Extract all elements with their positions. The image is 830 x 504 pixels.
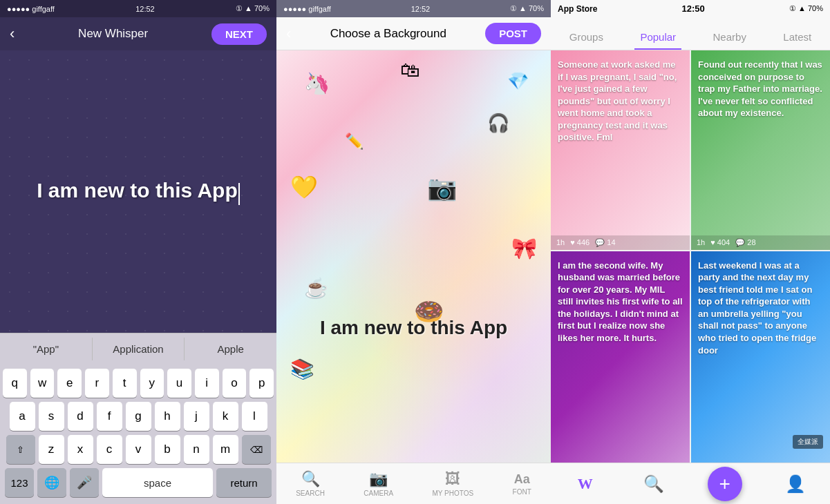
key-j[interactable]: j	[184, 402, 209, 431]
tab-my-photos[interactable]: 🖼 MY PHOTOS	[433, 470, 474, 497]
key-f[interactable]: f	[97, 402, 122, 431]
camera-icon: 📷	[369, 470, 388, 488]
photos-icon: 🖼	[445, 470, 460, 488]
autocomplete-apple[interactable]: Apple	[185, 338, 276, 360]
key-p[interactable]: p	[249, 369, 274, 398]
key-m[interactable]: m	[213, 435, 238, 464]
key-n[interactable]: n	[184, 435, 209, 464]
key-t[interactable]: t	[113, 369, 137, 398]
signal-right-2: ① ▲ 70%	[510, 4, 544, 13]
key-g[interactable]: g	[126, 402, 151, 431]
key-b[interactable]: b	[155, 435, 180, 464]
key-return[interactable]: return	[216, 468, 272, 497]
doodle-5: 📷	[427, 174, 458, 202]
key-o[interactable]: o	[223, 369, 247, 398]
status-bar-2: ●●●●● giffgaff 12:52 ① ▲ 70%	[276, 0, 551, 17]
autocomplete-app[interactable]: "App"	[0, 338, 93, 360]
keyboard-row-1: q w e r t y u i o p	[3, 369, 274, 398]
text-cursor	[238, 183, 240, 205]
feed-grid: Someone at work asked me if I was pregna…	[551, 50, 830, 463]
panel-feed: App Store 12:50 ① ▲ 70% Groups Popular N…	[551, 0, 830, 504]
key-a[interactable]: a	[10, 402, 35, 431]
key-x[interactable]: x	[68, 435, 93, 464]
key-l[interactable]: l	[242, 402, 267, 431]
feed-card-4[interactable]: Last weekend I was at a party and the ne…	[691, 251, 830, 463]
feed-bottom-bar: W 🔍 + 👤	[551, 463, 830, 504]
key-numbers[interactable]: 123	[5, 468, 34, 497]
doodle-2: 🛍	[400, 59, 419, 81]
back-icon-1[interactable]: ‹	[10, 25, 15, 43]
tab-camera-label: CAMERA	[364, 490, 393, 497]
tab-camera[interactable]: 📷 CAMERA	[364, 470, 393, 497]
create-whisper-fab[interactable]: +	[708, 467, 742, 501]
tab-popular[interactable]: Popular	[634, 24, 681, 50]
key-d[interactable]: d	[68, 402, 93, 431]
card-comments-2: 💬 28	[735, 238, 755, 247]
doodle-7: ☕	[304, 277, 328, 300]
card-hearts-1: ♥ 446	[570, 238, 590, 246]
key-shift[interactable]: ⇧	[6, 435, 35, 464]
card-time-1: 1h	[556, 238, 565, 246]
card-text-2: Found out recently that I was conceived …	[691, 50, 830, 125]
carrier-left-2: ●●●●● giffgaff	[283, 5, 331, 13]
tab-groups[interactable]: Groups	[564, 24, 609, 50]
key-y[interactable]: y	[140, 369, 164, 398]
key-u[interactable]: u	[167, 369, 191, 398]
doodle-10: 🎧	[487, 113, 509, 134]
profile-icon[interactable]: 👤	[780, 469, 811, 499]
key-space[interactable]: space	[102, 468, 213, 497]
card-time-2: 1h	[697, 238, 705, 246]
doodle-11: ✏️	[345, 133, 364, 151]
key-e[interactable]: e	[57, 369, 82, 398]
tab-search-label: SEARCH	[296, 490, 325, 497]
feed-card-2[interactable]: Found out recently that I was conceived …	[691, 50, 830, 250]
doodle-overlay: 🦄 🛍 💎 💛 📷 🎀 ☕ 🍩 📚 🎧 ✏️	[276, 50, 551, 463]
post-button[interactable]: POST	[485, 23, 541, 44]
tab-search[interactable]: 🔍 SEARCH	[296, 470, 325, 497]
keyboard-row-4: 123 🌐 🎤 space return	[3, 468, 274, 497]
doodle-1: 🦄	[304, 71, 330, 95]
compose-area[interactable]: I am new to this App	[0, 50, 276, 333]
key-backspace[interactable]: ⌫	[242, 435, 271, 464]
feed-card-3[interactable]: I am the second wife. My husband was mar…	[551, 251, 690, 463]
key-c[interactable]: c	[97, 435, 122, 464]
back-icon-2[interactable]: ‹	[286, 25, 291, 43]
tab-font-label: FONT	[513, 488, 531, 496]
card-comments-1: 💬 14	[595, 238, 615, 247]
compose-text: I am new to this App	[37, 179, 238, 202]
status-bar-3: App Store 12:50 ① ▲ 70%	[551, 0, 830, 17]
key-z[interactable]: z	[39, 435, 64, 464]
tab-latest[interactable]: Latest	[777, 24, 817, 50]
key-s[interactable]: s	[39, 402, 64, 431]
key-h[interactable]: h	[155, 402, 180, 431]
background-preview[interactable]: 🦄 🛍 💎 💛 📷 🎀 ☕ 🍩 📚 🎧 ✏️ I am new to this …	[276, 50, 551, 463]
nav-bar-2: ‹ Choose a Background POST	[276, 17, 551, 50]
keyboard: q w e r t y u i o p a s d f g h j k l ⇧ …	[0, 365, 276, 504]
key-r[interactable]: r	[85, 369, 109, 398]
key-v[interactable]: v	[126, 435, 151, 464]
doodle-4: 💛	[290, 174, 318, 200]
tab-nearby[interactable]: Nearby	[708, 24, 752, 50]
search-bottom-icon[interactable]: 🔍	[639, 469, 669, 499]
appstore-label: App Store	[558, 4, 597, 14]
time-1: 12:52	[135, 5, 155, 13]
key-globe[interactable]: 🌐	[37, 468, 66, 497]
key-q[interactable]: q	[3, 369, 27, 398]
search-icon: 🔍	[301, 470, 320, 488]
bottom-tab-bar-2: 🔍 SEARCH 📷 CAMERA 🖼 MY PHOTOS Aa FONT	[276, 463, 551, 504]
key-mic[interactable]: 🎤	[70, 468, 99, 497]
nav-bar-1: ‹ New Whisper NEXT	[0, 17, 276, 50]
tab-font[interactable]: Aa FONT	[513, 472, 531, 496]
key-k[interactable]: k	[213, 402, 238, 431]
key-w[interactable]: w	[30, 369, 55, 398]
page-title-1: New Whisper	[78, 27, 148, 41]
font-icon: Aa	[514, 472, 530, 487]
autocomplete-application[interactable]: Application	[93, 338, 185, 360]
feed-card-1[interactable]: Someone at work asked me if I was pregna…	[551, 50, 690, 250]
next-button[interactable]: NEXT	[211, 23, 267, 45]
keyboard-row-3: ⇧ z x c v b n m ⌫	[3, 435, 274, 464]
whisper-home-icon[interactable]: W	[570, 469, 601, 499]
time-2: 12:52	[411, 5, 431, 13]
tab-photos-label: MY PHOTOS	[433, 490, 474, 497]
key-i[interactable]: i	[195, 369, 219, 398]
